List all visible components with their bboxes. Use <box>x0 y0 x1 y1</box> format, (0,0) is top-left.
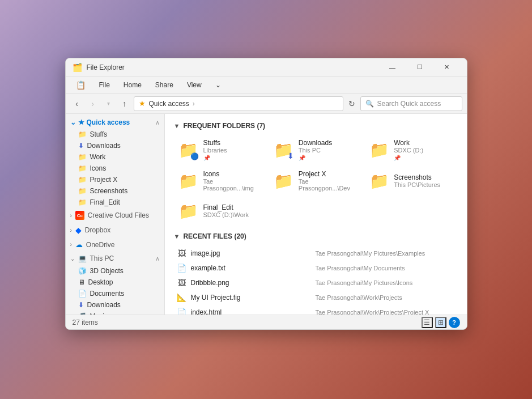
sidebar-item-downloads[interactable]: ⬇ Downloads 📌 <box>66 140 164 151</box>
folder-finaledit-details: Final_Edit SDXC (D:)\Work <box>203 203 249 218</box>
file-icon: 📄 <box>176 262 188 274</box>
status-bar-right: ☰ ⊞ ? <box>422 317 460 328</box>
address-field[interactable]: ★ Quick access › <box>134 96 343 111</box>
quickaccess-star-icon: ★ <box>139 99 146 108</box>
chevron-icon: › <box>70 227 72 234</box>
folder-downloads-pin: 📌 <box>299 155 332 161</box>
close-button[interactable]: ✕ <box>434 58 460 77</box>
sidebar-dropbox-header[interactable]: › ◆ Dropbox <box>66 223 164 237</box>
back-button[interactable]: ‹ <box>70 97 84 111</box>
desktop-icon: 🖥 <box>78 278 85 286</box>
file-icon: 🖼 <box>176 277 188 288</box>
tiles-view-button[interactable]: ⊞ <box>435 317 446 328</box>
ribbon-tab-home[interactable]: Home <box>118 79 147 91</box>
status-text: 27 items <box>73 319 98 326</box>
sidebar-label-desktop: Desktop <box>88 278 113 286</box>
folder-finaledit[interactable]: 📁 Final_Edit SDXC (D:)\Work <box>174 197 267 224</box>
sidebar-creativecloud-label: Creative Cloud Files <box>88 211 149 219</box>
folder-downloads-details: Downloads This PC 📌 <box>299 139 332 161</box>
status-bar: 27 items ☰ ⊞ ? <box>66 315 467 329</box>
file-icon: 📄 <box>176 307 188 315</box>
chevron-icon: › <box>70 213 72 219</box>
folder-work-icon: 📁 <box>369 140 389 160</box>
sidebar-onedrive-header[interactable]: › ☁ OneDrive <box>66 237 164 252</box>
sidebar-label-downloads2: Downloads <box>87 301 121 309</box>
details-view-button[interactable]: ☰ <box>422 317 433 328</box>
sidebar-quickaccess-header[interactable]: ⌄ ★ Quick access ∧ <box>66 116 164 129</box>
sidebar-label-work: Work <box>90 153 106 161</box>
folder-downloads[interactable]: 📁 ⬇ Downloads This PC 📌 <box>269 135 362 164</box>
up-button[interactable]: ↑ <box>118 97 131 111</box>
forward-button[interactable]: › <box>86 97 100 111</box>
ribbon-tab-more[interactable]: ⌄ <box>210 79 227 91</box>
folder-stuffs-name: Stuffs <box>203 139 227 147</box>
sidebar-item-screenshots[interactable]: 📁 Screenshots <box>66 185 164 197</box>
sidebar-dropbox-label: Dropbox <box>85 226 110 234</box>
folder-downloads-name: Downloads <box>299 139 332 147</box>
folder-icons[interactable]: 📁 Icons Tae Prasongpon...\img <box>174 167 267 195</box>
sidebar-label-music: Music <box>90 312 108 315</box>
collapse-icon: ∧ <box>155 255 160 262</box>
sidebar-item-stuffs[interactable]: 📁 Stuffs 📌 <box>66 129 164 140</box>
folder-downloads-path: This PC <box>299 147 332 154</box>
help-button[interactable]: ? <box>449 317 460 328</box>
minimize-button[interactable]: — <box>380 58 406 77</box>
ribbon-tab-quickaccess[interactable]: 📋 <box>70 78 91 92</box>
refresh-button[interactable]: ↻ <box>346 97 358 110</box>
sidebar-thispc-header[interactable]: ⌄ 💻 This PC ∧ <box>66 252 164 265</box>
folder-projectx-path: Tae Prasongpon...\Dev <box>299 178 357 192</box>
search-field[interactable]: 🔍 Search Quick access <box>360 96 462 111</box>
recent-file-0[interactable]: 🖼 image.jpg Tae Prasongchai\My Pictures\… <box>174 246 458 261</box>
creativecloud-icon: Cc <box>75 211 84 220</box>
file-explorer-window: 🗂️ File Explorer — ☐ ✕ 📋 File Home Share… <box>65 58 467 330</box>
content-area: ▼ FREQUENT FOLDERS (7) 📁 🔵 Stuffs Librar… <box>165 114 467 315</box>
ribbon-tab-share[interactable]: Share <box>150 79 179 91</box>
sidebar-item-icons[interactable]: 📁 Icons <box>66 163 164 174</box>
folder-projectx[interactable]: 📁 Project X Tae Prasongpon...\Dev <box>269 167 362 195</box>
folder-stuffs-path: Libraries <box>203 147 227 154</box>
stuffs-overlay-icon: 🔵 <box>190 152 199 160</box>
recent-file-3[interactable]: 📐 My UI Project.fig Tae Prasongchai\Work… <box>174 290 458 305</box>
chevron-down-icon: ⌄ <box>70 118 76 126</box>
sidebar-creativecloud-header[interactable]: › Cc Creative Cloud Files <box>66 208 164 223</box>
sidebar-item-3dobjects[interactable]: 🧊 3D Objects <box>66 265 164 277</box>
folder-screenshots-details: Screenshots This PC\Pictures <box>394 173 440 188</box>
file-path-3: Tae Prasongchai\Work\Projects <box>316 294 456 301</box>
folder-finaledit-icon: 📁 <box>178 201 199 221</box>
recent-file-1[interactable]: 📄 example.txt Tae Prasongchai\My Documen… <box>174 261 458 275</box>
chevron-down-icon: ▼ <box>174 122 180 129</box>
folder-icon: 📁 <box>78 164 87 172</box>
folder-projectx-name: Project X <box>299 170 357 178</box>
folder-finaledit-path: SDXC (D:)\Work <box>203 211 249 218</box>
ribbon-tab-view[interactable]: View <box>181 79 207 91</box>
ribbon-tab-file[interactable]: File <box>93 79 116 91</box>
file-name-1: example.txt <box>191 264 316 272</box>
folder-stuffs[interactable]: 📁 🔵 Stuffs Libraries 📌 <box>174 135 267 164</box>
recent-files-header[interactable]: ▼ RECENT FILES (20) <box>174 232 458 240</box>
sidebar-item-downloads2[interactable]: ⬇ Downloads <box>66 299 164 311</box>
recent-file-4[interactable]: 📄 index.html Tae Prasongchai\Work\Projec… <box>174 305 458 315</box>
documents-icon: 📄 <box>78 290 87 298</box>
folders-grid: 📁 🔵 Stuffs Libraries 📌 📁 ⬇ <box>174 135 458 224</box>
file-icon: 🖼 <box>176 248 188 259</box>
maximize-button[interactable]: ☐ <box>407 58 433 77</box>
sidebar-item-finaledit[interactable]: 📁 Final_Edit <box>66 197 164 208</box>
sidebar-item-work[interactable]: 📁 Work 📌 <box>66 151 164 163</box>
folder-work[interactable]: 📁 Work SDXC (D:) 📌 <box>364 135 457 164</box>
sidebar-item-projectx[interactable]: 📁 Project X <box>66 174 164 185</box>
file-icon: 📐 <box>176 292 188 303</box>
folder-screenshots[interactable]: 📁 Screenshots This PC\Pictures <box>364 167 457 195</box>
folder-stuffs-pin: 📌 <box>203 155 227 161</box>
file-path-4: Tae Prasongchai\Work\Projects\Project X <box>316 309 456 315</box>
frequent-folders-label: FREQUENT FOLDERS (7) <box>183 122 265 130</box>
chevron-icon: › <box>70 241 72 248</box>
chevron-down-icon: ▼ <box>174 233 180 240</box>
sidebar-item-desktop[interactable]: 🖥 Desktop <box>66 277 164 288</box>
frequent-folders-header[interactable]: ▼ FREQUENT FOLDERS (7) <box>174 122 458 130</box>
sidebar-item-music[interactable]: 🎵 Music <box>66 311 164 315</box>
folder-icon: 📁 <box>78 198 87 206</box>
recent-locations-button[interactable]: ▾ <box>102 97 116 111</box>
sidebar-item-documents[interactable]: 📄 Documents <box>66 288 164 299</box>
folder-projectx-icon: 📁 <box>274 171 294 191</box>
recent-file-2[interactable]: 🖼 Dribbble.png Tae Prasongchai\My Pictur… <box>174 275 458 290</box>
